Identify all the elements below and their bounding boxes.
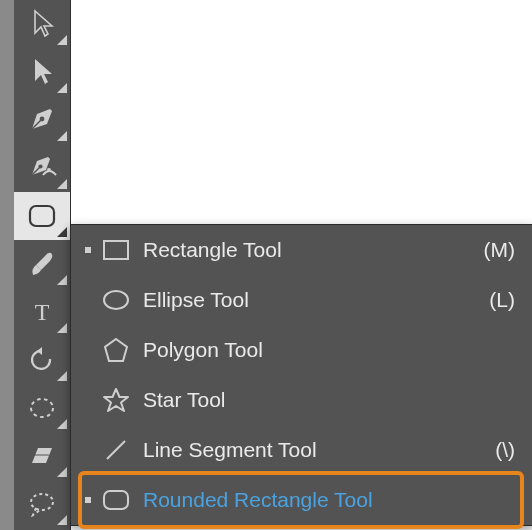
svg-rect-3 — [30, 206, 54, 226]
app-frame-edge — [0, 0, 14, 530]
dashed-ellipse-icon — [28, 395, 56, 421]
line-segment-icon — [95, 436, 137, 464]
flyout-item-polygon[interactable]: Polygon Tool — [71, 325, 532, 375]
svg-line-11 — [107, 441, 125, 459]
flyout-item-shortcut: (L) — [471, 288, 515, 312]
canvas-area[interactable] — [90, 0, 532, 224]
flyout-indicator-icon — [57, 323, 67, 333]
direct-selection-tool[interactable] — [14, 48, 70, 96]
flyout-indicator-icon — [57, 419, 67, 429]
svg-point-8 — [104, 291, 128, 309]
polygon-icon — [95, 336, 137, 364]
flyout-indicator-icon — [57, 515, 67, 525]
flyout-item-rectangle[interactable]: Rectangle Tool (M) — [71, 225, 532, 275]
flyout-item-shortcut: (\) — [471, 438, 515, 462]
flyout-indicator-icon — [57, 179, 67, 189]
eraser-tool[interactable] — [14, 432, 70, 480]
svg-point-5 — [31, 399, 53, 417]
svg-rect-7 — [104, 241, 128, 259]
shape-tools-flyout: Rectangle Tool (M) Ellipse Tool (L) Poly… — [70, 224, 532, 526]
flyout-indicator-icon — [57, 467, 67, 477]
svg-marker-9 — [105, 339, 127, 361]
svg-point-1 — [38, 164, 42, 168]
star-icon — [95, 386, 137, 414]
ellipse-icon — [95, 287, 137, 313]
flyout-item-shortcut: (M) — [471, 238, 515, 262]
rotate-tool[interactable] — [14, 336, 70, 384]
rectangle-icon — [95, 237, 137, 263]
flyout-indicator-icon — [57, 131, 67, 141]
svg-point-0 — [40, 117, 45, 122]
flyout-item-rounded-rectangle[interactable]: Rounded Rectangle Tool — [71, 475, 532, 525]
rotate-ccw-icon — [28, 346, 56, 374]
flyout-indicator-icon — [57, 227, 67, 237]
svg-point-2 — [47, 168, 51, 172]
pen-tool[interactable] — [14, 96, 70, 144]
curvature-tool[interactable] — [14, 144, 70, 192]
svg-point-6 — [31, 494, 53, 510]
active-indicator — [81, 247, 95, 253]
type-tool[interactable]: T — [14, 288, 70, 336]
flyout-item-label: Ellipse Tool — [137, 288, 471, 312]
svg-text:T: T — [35, 299, 50, 325]
lasso-speech-icon — [27, 491, 57, 517]
flyout-indicator-icon — [57, 83, 67, 93]
ellipse-marquee-tool[interactable] — [14, 384, 70, 432]
paintbrush-tool[interactable] — [14, 240, 70, 288]
flyout-indicator-icon — [57, 371, 67, 381]
eraser-icon — [27, 443, 57, 469]
flyout-item-label: Polygon Tool — [137, 338, 471, 362]
flyout-item-line[interactable]: Line Segment Tool (\) — [71, 425, 532, 475]
flyout-item-ellipse[interactable]: Ellipse Tool (L) — [71, 275, 532, 325]
curvature-pen-icon — [26, 153, 58, 183]
tools-panel: T — [14, 0, 71, 530]
rounded-rectangle-icon — [27, 203, 57, 229]
flyout-item-label: Rectangle Tool — [137, 238, 471, 262]
flyout-item-label: Line Segment Tool — [137, 438, 471, 462]
active-indicator — [81, 497, 95, 503]
flyout-item-star[interactable]: Star Tool — [71, 375, 532, 425]
cursor-solid-icon — [29, 57, 55, 87]
lasso-tool[interactable] — [14, 480, 70, 528]
flyout-indicator-icon — [57, 275, 67, 285]
rectangle-tool[interactable] — [14, 192, 70, 240]
svg-marker-10 — [104, 389, 128, 411]
flyout-indicator-icon — [57, 35, 67, 45]
pen-nib-icon — [27, 105, 57, 135]
flyout-item-label: Star Tool — [137, 388, 471, 412]
flyout-item-label: Rounded Rectangle Tool — [137, 488, 471, 512]
selection-tool[interactable] — [14, 0, 70, 48]
cursor-arrow-icon — [29, 9, 55, 39]
rounded-rectangle-icon — [95, 487, 137, 513]
paintbrush-icon — [27, 249, 57, 279]
type-t-icon: T — [29, 299, 55, 325]
svg-rect-12 — [104, 491, 128, 509]
